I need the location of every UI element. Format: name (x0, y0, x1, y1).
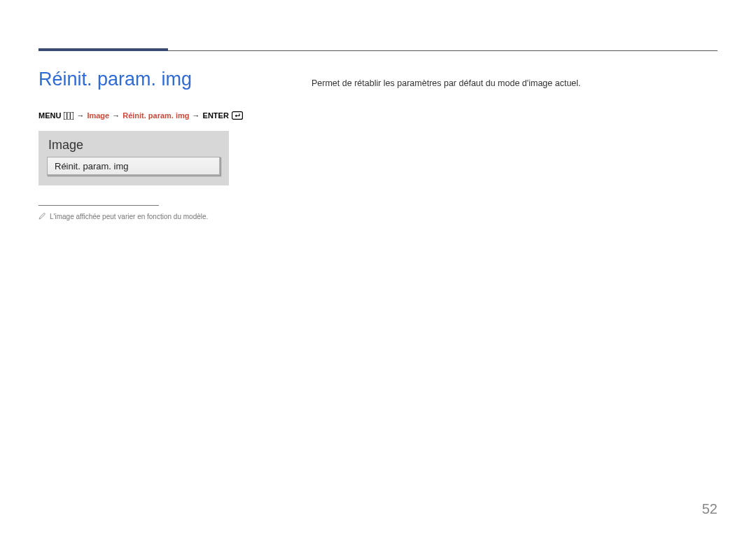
breadcrumb-menu-label: MENU (38, 111, 61, 120)
breadcrumb-reset: Réinit. param. img (122, 111, 189, 120)
manual-page: Réinit. param. img MENU → Image → Réinit… (0, 0, 756, 534)
osd-preview: Image Réinit. param. img (38, 131, 229, 185)
page-title: Réinit. param. img (38, 69, 290, 90)
svg-rect-0 (64, 112, 74, 120)
breadcrumb-arrow-3: → (192, 111, 200, 120)
right-column: Permet de rétablir les paramètres par dé… (312, 69, 718, 221)
left-column: Réinit. param. img MENU → Image → Réinit… (38, 69, 312, 221)
note-divider (38, 205, 159, 206)
osd-preview-header: Image (47, 138, 220, 153)
breadcrumb-arrow-2: → (112, 111, 120, 120)
page-number: 52 (702, 501, 718, 517)
breadcrumb-arrow-1: → (76, 111, 84, 120)
footnote: L'image affichée peut varier en fonction… (38, 213, 290, 221)
footnote-text: L'image affichée peut varier en fonction… (50, 213, 208, 220)
enter-icon (232, 111, 243, 120)
pen-icon (38, 213, 46, 221)
menu-icon (64, 112, 74, 120)
osd-preview-item: Réinit. param. img (47, 157, 220, 176)
breadcrumb-image: Image (87, 111, 109, 120)
description-text: Permet de rétablir les paramètres par dé… (312, 77, 718, 90)
breadcrumb-enter-label: ENTER (203, 111, 229, 120)
breadcrumb: MENU → Image → Réinit. param. img → ENTE… (38, 111, 290, 120)
content-row: Réinit. param. img MENU → Image → Réinit… (38, 42, 718, 221)
